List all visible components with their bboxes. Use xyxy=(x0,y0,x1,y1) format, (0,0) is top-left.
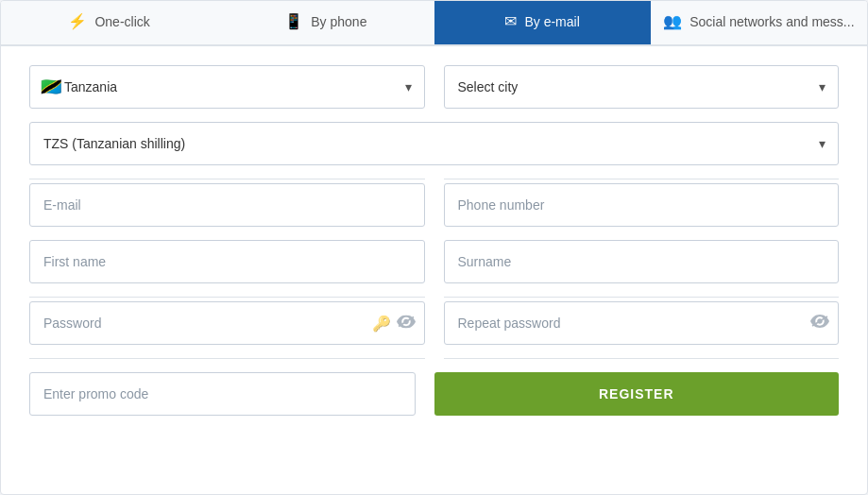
divider-1 xyxy=(29,179,839,179)
tab-by-email[interactable]: ✉ By e-mail xyxy=(434,1,651,44)
social-icon: 👥 xyxy=(663,12,682,30)
surname-field-wrapper xyxy=(444,240,840,283)
divider-3 xyxy=(29,358,839,359)
repeat-password-field-wrapper xyxy=(444,301,840,345)
city-field: Select city ▾ xyxy=(444,65,840,109)
tab-social[interactable]: 👥 Social networks and mess... xyxy=(651,1,867,44)
divider-line-left-2 xyxy=(29,297,425,298)
divider-line-right-3 xyxy=(444,358,840,359)
repeat-password-input[interactable] xyxy=(444,301,840,345)
currency-row: TZS (Tanzanian shilling) ▾ xyxy=(29,122,839,165)
divider-2 xyxy=(29,297,839,298)
phone-input[interactable] xyxy=(444,183,840,227)
eye-icon-repeat[interactable] xyxy=(810,315,829,332)
firstname-input[interactable] xyxy=(29,240,425,283)
divider-line-right xyxy=(444,179,840,179)
registration-form: 🇹🇿 Tanzania ▾ Select city ▾ TZS (Tanzani… xyxy=(1,46,867,438)
phone-icon: 📱 xyxy=(284,12,303,30)
divider-line-right-2 xyxy=(444,297,840,298)
name-row xyxy=(29,240,839,283)
key-icon: 🔑 xyxy=(372,315,391,333)
password-row: 🔑 xyxy=(29,301,839,345)
email-icon: ✉ xyxy=(504,12,517,30)
divider-line-left-3 xyxy=(29,358,425,359)
password-field-wrapper: 🔑 xyxy=(29,301,425,345)
registration-container: ⚡ One-click 📱 By phone ✉ By e-mail 👥 Soc… xyxy=(0,0,868,495)
eye-icon-password[interactable] xyxy=(397,315,416,332)
firstname-field-wrapper xyxy=(29,240,425,283)
tab-by-phone[interactable]: 📱 By phone xyxy=(217,1,434,44)
password-input[interactable] xyxy=(29,301,425,345)
divider-line-left xyxy=(29,179,425,179)
tab-one-click[interactable]: ⚡ One-click xyxy=(1,1,217,44)
register-button[interactable]: REGISTER xyxy=(434,372,840,416)
city-select[interactable]: Select city xyxy=(444,65,840,109)
phone-field-wrapper xyxy=(444,183,840,227)
tab-bar: ⚡ One-click 📱 By phone ✉ By e-mail 👥 Soc… xyxy=(1,1,867,46)
email-phone-row xyxy=(29,183,839,227)
promo-input[interactable] xyxy=(29,372,416,416)
currency-select[interactable]: TZS (Tanzanian shilling) xyxy=(29,122,839,165)
lightning-icon: ⚡ xyxy=(68,12,87,30)
surname-input[interactable] xyxy=(444,240,840,283)
currency-field: TZS (Tanzanian shilling) ▾ xyxy=(29,122,839,165)
country-field: 🇹🇿 Tanzania ▾ xyxy=(29,65,425,109)
location-row: 🇹🇿 Tanzania ▾ Select city ▾ xyxy=(29,65,839,109)
password-icons: 🔑 xyxy=(372,315,416,333)
promo-field-wrapper xyxy=(29,372,416,416)
country-select[interactable]: Tanzania xyxy=(29,65,425,109)
bottom-row: REGISTER xyxy=(29,372,839,416)
email-field-wrapper xyxy=(29,183,425,227)
repeat-password-icons xyxy=(810,315,829,332)
email-input[interactable] xyxy=(29,183,425,227)
